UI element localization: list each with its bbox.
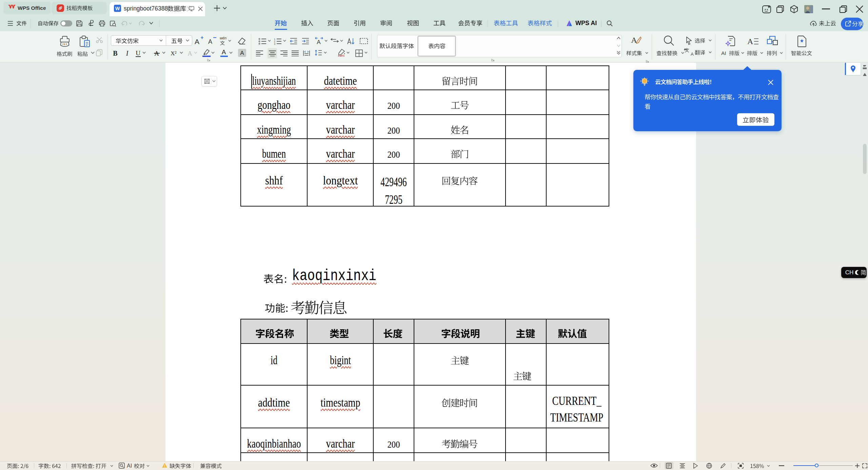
svg-text:1: 1 [274, 38, 275, 40]
svg-text:W: W [115, 6, 120, 11]
svg-text:A: A [691, 52, 694, 56]
svg-text:A: A [747, 37, 753, 46]
svg-text:3: 3 [274, 43, 275, 45]
svg-text:2: 2 [274, 40, 275, 43]
